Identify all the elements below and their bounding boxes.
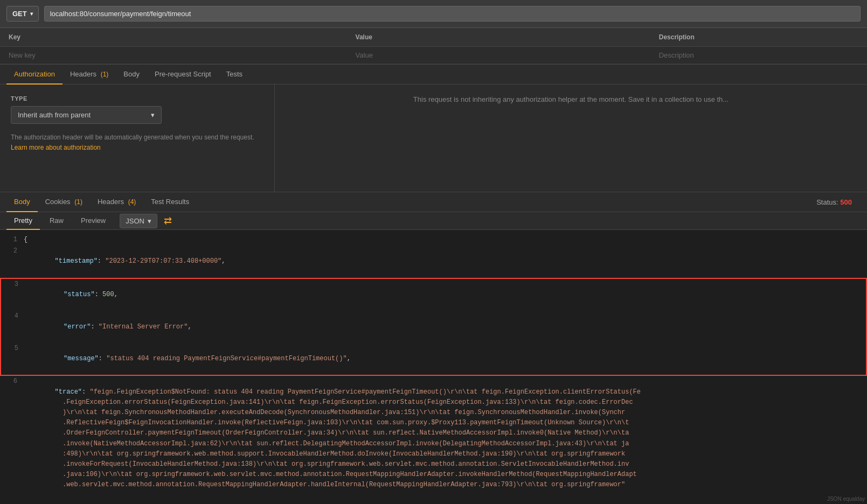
params-value-placeholder[interactable]: Value (347, 49, 650, 61)
tab-headers[interactable]: Headers (1) (63, 65, 116, 85)
line-number: 4 (5, 311, 25, 342)
url-input[interactable] (44, 6, 861, 22)
json-line-6: 6 "trace": "feign.FeignException$NotFoun… (0, 376, 867, 501)
type-select-dropdown[interactable]: Inherit auth from parent ▾ (11, 106, 162, 124)
params-header-row: Key Value Description (0, 28, 867, 47)
method-dropdown[interactable]: GET ▾ (6, 6, 39, 22)
line-number: 3 (5, 279, 25, 311)
tab-body[interactable]: Body (116, 65, 147, 85)
format-preview[interactable]: Preview (73, 212, 113, 230)
line-content: "timestamp": "2023-12-29T07:07:33.408+00… (24, 246, 867, 277)
response-tabs: Body Cookies (1) Headers (4) Test Result… (0, 192, 867, 212)
col-header-key: Key (0, 31, 347, 43)
url-bar: GET ▾ (0, 0, 867, 28)
tab-prerequest[interactable]: Pre-request Script (147, 65, 219, 85)
auth-right-panel: This request is not inheriting any autho… (275, 85, 867, 192)
json-line-3: 3 "status": 500, (1, 279, 866, 311)
request-tabs: Authorization Headers (1) Body Pre-reque… (0, 65, 867, 85)
tab-response-body[interactable]: Body (6, 192, 38, 212)
line-content: "trace": "feign.FeignException$NotFound:… (24, 376, 867, 500)
json-format-chevron: ▾ (148, 217, 151, 225)
col-header-value: Value (347, 31, 650, 43)
line-content: { (24, 235, 867, 245)
col-header-desc: Description (650, 31, 867, 43)
format-raw[interactable]: Raw (42, 212, 71, 230)
wrap-icon: ⇄ (164, 215, 172, 227)
method-chevron: ▾ (30, 11, 33, 17)
tab-response-headers[interactable]: Headers (4) (90, 192, 143, 212)
type-value: Inherit auth from parent (18, 111, 91, 119)
json-line-1: 1 { (0, 234, 867, 246)
params-key-placeholder[interactable]: New key (0, 49, 347, 61)
json-line-2: 2 "timestamp": "2023-12-29T07:07:33.408+… (0, 246, 867, 278)
json-format-dropdown[interactable]: JSON ▾ (120, 214, 157, 228)
auth-learn-more-link[interactable]: Learn more about authorization (11, 144, 101, 151)
tab-tests[interactable]: Tests (219, 65, 250, 85)
params-table: Key Value Description New key Value Desc… (0, 28, 867, 65)
line-content: "message": "status 404 reading PaymentFe… (25, 344, 866, 375)
response-headers-badge: (4) (128, 198, 136, 206)
line-content: "status": 500, (25, 279, 866, 311)
tab-authorization[interactable]: Authorization (6, 65, 63, 85)
watermark: JSON equalday (827, 496, 865, 502)
line-number: 5 (5, 344, 25, 375)
json-viewer[interactable]: 1 { 2 "timestamp": "2023-12-29T07:07:33.… (0, 230, 867, 504)
json-format-label: JSON (126, 217, 144, 225)
type-label: TYPE (11, 95, 263, 102)
type-chevron: ▾ (151, 111, 155, 119)
status-code: 500 (840, 198, 852, 206)
line-number: 1 (4, 235, 24, 245)
tab-response-cookies[interactable]: Cookies (1) (38, 192, 90, 212)
params-desc-placeholder[interactable]: Description (650, 49, 867, 61)
auth-description: The authorization header will be automat… (11, 132, 263, 153)
line-number: 6 (4, 376, 24, 500)
json-line-5: 5 "message": "status 404 reading Payment… (1, 343, 866, 375)
wrap-button[interactable]: ⇄ (159, 213, 176, 229)
tab-test-results[interactable]: Test Results (143, 192, 197, 212)
highlight-region: 3 "status": 500, 4 "error": "Internal Se… (0, 278, 867, 376)
response-body-tabs: Pretty Raw Preview JSON ▾ ⇄ (0, 212, 867, 230)
line-content: "error": "Internal Server Error", (25, 311, 866, 342)
headers-badge: (1) (101, 71, 109, 78)
auth-left-panel: TYPE Inherit auth from parent ▾ The auth… (0, 85, 275, 192)
status-label: Status: (816, 198, 838, 206)
method-label: GET (12, 10, 27, 18)
response-tabs-left: Body Cookies (1) Headers (4) Test Result… (6, 192, 197, 212)
response-status: Status: 500 (808, 194, 861, 211)
auth-content: TYPE Inherit auth from parent ▾ The auth… (0, 85, 867, 192)
json-line-4: 4 "error": "Internal Server Error", (1, 311, 866, 343)
line-number: 2 (4, 246, 24, 277)
format-pretty[interactable]: Pretty (6, 212, 40, 230)
params-new-row: New key Value Description (0, 47, 867, 64)
cookies-badge: (1) (74, 198, 82, 206)
auth-right-message: This request is not inheriting any autho… (413, 95, 729, 103)
